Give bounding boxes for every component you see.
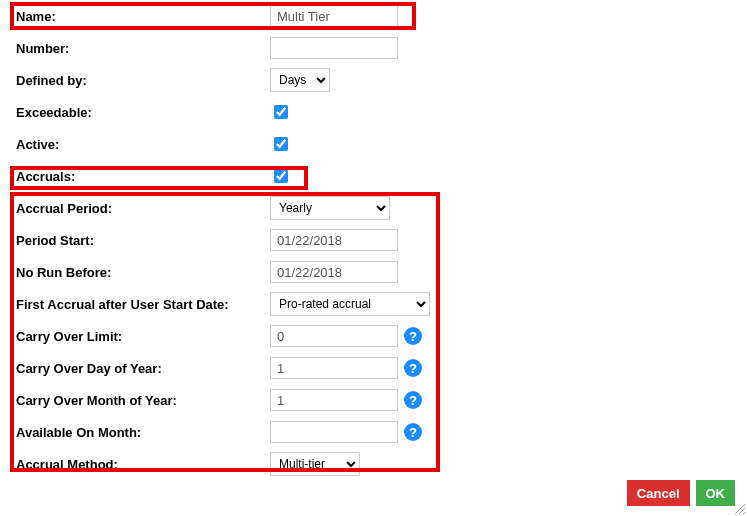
name-label: Name: xyxy=(10,9,270,24)
row-no-run-before: No Run Before: xyxy=(10,260,737,284)
defined-by-select[interactable]: Days xyxy=(270,68,330,92)
name-input[interactable] xyxy=(270,5,398,27)
carry-over-day-label: Carry Over Day of Year: xyxy=(10,361,270,376)
row-accrual-method: Accrual Method: Multi-tier xyxy=(10,452,737,476)
first-accrual-label: First Accrual after User Start Date: xyxy=(10,297,270,312)
available-on-month-input[interactable] xyxy=(270,421,398,443)
help-icon[interactable]: ? xyxy=(404,391,422,409)
cancel-button[interactable]: Cancel xyxy=(627,480,690,506)
row-carry-over-limit: Carry Over Limit: ? xyxy=(10,324,737,348)
exceedable-checkbox[interactable] xyxy=(274,105,288,119)
svg-line-2 xyxy=(743,512,745,514)
row-available-on-month: Available On Month: ? xyxy=(10,420,737,444)
row-accrual-period: Accrual Period: Yearly xyxy=(10,196,737,220)
no-run-before-input[interactable] xyxy=(270,261,398,283)
accrual-method-label: Accrual Method: xyxy=(10,457,270,472)
period-start-label: Period Start: xyxy=(10,233,270,248)
number-input[interactable] xyxy=(270,37,398,59)
help-icon[interactable]: ? xyxy=(404,359,422,377)
row-first-accrual: First Accrual after User Start Date: Pro… xyxy=(10,292,737,316)
no-run-before-label: No Run Before: xyxy=(10,265,270,280)
exceedable-label: Exceedable: xyxy=(10,105,270,120)
available-on-month-label: Available On Month: xyxy=(10,425,270,440)
period-start-input[interactable] xyxy=(270,229,398,251)
row-name: Name: xyxy=(10,4,737,28)
resize-grip-icon[interactable] xyxy=(733,502,745,514)
carry-over-limit-label: Carry Over Limit: xyxy=(10,329,270,344)
carry-over-month-label: Carry Over Month of Year: xyxy=(10,393,270,408)
row-defined-by: Defined by: Days xyxy=(10,68,737,92)
help-icon[interactable]: ? xyxy=(404,327,422,345)
accrual-period-label: Accrual Period: xyxy=(10,201,270,216)
row-number: Number: xyxy=(10,36,737,60)
accrual-period-select[interactable]: Yearly xyxy=(270,196,390,220)
help-icon[interactable]: ? xyxy=(404,423,422,441)
carry-over-month-input[interactable] xyxy=(270,389,398,411)
ok-button[interactable]: OK xyxy=(696,480,736,506)
active-label: Active: xyxy=(10,137,270,152)
carry-over-day-input[interactable] xyxy=(270,357,398,379)
active-checkbox[interactable] xyxy=(274,137,288,151)
row-active: Active: xyxy=(10,132,737,156)
row-carry-over-month: Carry Over Month of Year: ? xyxy=(10,388,737,412)
defined-by-label: Defined by: xyxy=(10,73,270,88)
row-carry-over-day: Carry Over Day of Year: ? xyxy=(10,356,737,380)
accruals-label: Accruals: xyxy=(10,169,270,184)
carry-over-limit-input[interactable] xyxy=(270,325,398,347)
accruals-checkbox[interactable] xyxy=(274,169,288,183)
row-period-start: Period Start: xyxy=(10,228,737,252)
row-exceedable: Exceedable: xyxy=(10,100,737,124)
first-accrual-select[interactable]: Pro-rated accrual xyxy=(270,292,430,316)
row-accruals: Accruals: xyxy=(10,164,737,188)
accrual-method-select[interactable]: Multi-tier xyxy=(270,452,360,476)
number-label: Number: xyxy=(10,41,270,56)
button-bar: Cancel OK xyxy=(627,480,735,506)
